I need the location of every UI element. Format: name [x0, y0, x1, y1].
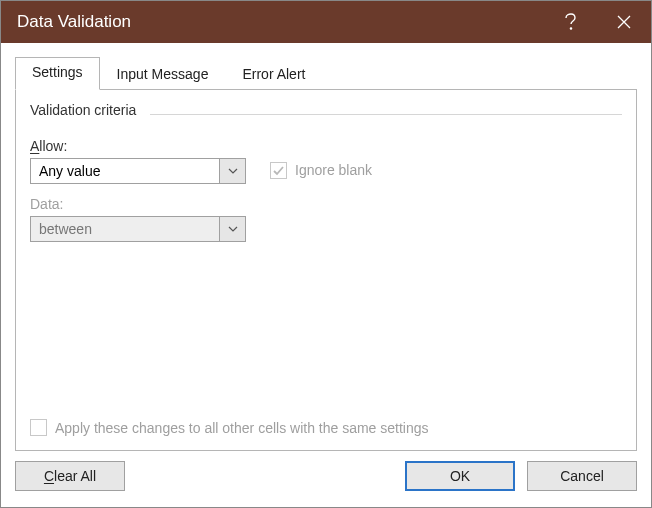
apply-all-chk-box: [30, 419, 47, 436]
dialog-footer: Clear All OK Cancel: [15, 451, 637, 495]
validation-criteria-label: Validation criteria: [30, 102, 622, 118]
clear-all-button[interactable]: Clear All: [15, 461, 125, 491]
tab-strip: Settings Input Message Error Alert: [15, 57, 637, 90]
ignore-blank-checkbox: Ignore blank: [270, 162, 372, 179]
close-button[interactable]: [597, 1, 651, 43]
apply-all-label: Apply these changes to all other cells w…: [55, 420, 429, 436]
ok-button[interactable]: OK: [405, 461, 515, 491]
data-label: Data:: [30, 196, 598, 212]
allow-field: Allow: Any value: [30, 138, 246, 184]
tab-input-message[interactable]: Input Message: [100, 59, 226, 90]
allow-combo-button[interactable]: [219, 159, 245, 183]
titlebar: Data Validation: [1, 1, 651, 43]
dialog-content: Settings Input Message Error Alert Valid…: [1, 43, 651, 507]
allow-combo-value: Any value: [31, 159, 219, 183]
data-combo-value: between: [31, 217, 219, 241]
cancel-button[interactable]: Cancel: [527, 461, 637, 491]
allow-row: Allow: Any value Ignore blank: [30, 138, 622, 184]
dialog-title: Data Validation: [1, 12, 543, 32]
ignore-blank-chk-box: [270, 162, 287, 179]
data-validation-dialog: Data Validation Settings Input Message E…: [0, 0, 652, 508]
data-combo: between: [30, 216, 246, 242]
ignore-blank-label: Ignore blank: [295, 162, 372, 178]
tab-settings[interactable]: Settings: [15, 57, 100, 90]
section-divider: [150, 114, 622, 115]
apply-all-checkbox: Apply these changes to all other cells w…: [30, 419, 622, 436]
help-button[interactable]: [543, 1, 597, 43]
tab-error-alert[interactable]: Error Alert: [225, 59, 322, 90]
svg-point-0: [570, 28, 571, 29]
titlebar-buttons: [543, 1, 651, 43]
settings-panel: Validation criteria Allow: Any value: [15, 89, 637, 451]
allow-label: Allow:: [30, 138, 246, 154]
data-field: Data: between: [30, 196, 598, 242]
allow-combo[interactable]: Any value: [30, 158, 246, 184]
data-combo-button: [219, 217, 245, 241]
